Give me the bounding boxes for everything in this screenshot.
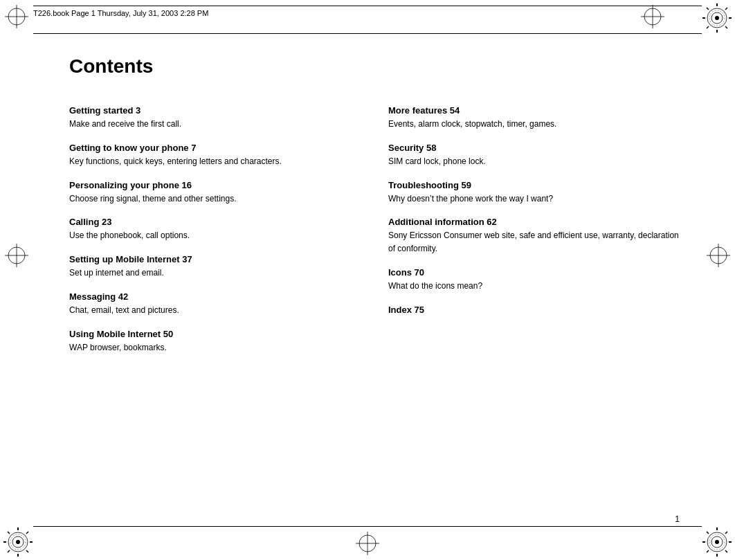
toc-entry-left-1: Getting to know your phone 7Key function… (69, 143, 361, 168)
toc-desc: Chat, email, text and pictures. (69, 305, 179, 315)
svg-point-41 (715, 540, 719, 544)
page-number: 1 (675, 514, 680, 524)
ornament-bottom-left (3, 527, 33, 557)
toc-heading: Getting to know your phone 7 (69, 143, 361, 153)
toc-container: Getting started 3Make and receive the fi… (69, 105, 680, 366)
page-title: Contents (69, 55, 680, 78)
svg-line-48 (707, 550, 709, 552)
svg-line-32 (26, 532, 28, 534)
reg-mark-top-right-crosshair (639, 3, 666, 30)
toc-entry-left-4: Setting up Mobile Internet 37Set up inte… (69, 254, 361, 279)
toc-desc: WAP browser, bookmarks. (69, 343, 167, 352)
svg-line-14 (725, 8, 727, 10)
reg-mark-right-mid (705, 242, 732, 269)
svg-point-26 (16, 540, 20, 544)
toc-heading: Messaging 42 (69, 291, 361, 302)
toc-entry-left-2: Personalizing your phone 16Choose ring s… (69, 180, 361, 205)
toc-entry-right-5: Index 75 (388, 305, 680, 315)
file-info: T226.book Page 1 Thursday, July 31, 2003… (33, 9, 208, 17)
toc-desc: Key functions, quick keys, entering lett… (69, 156, 282, 166)
toc-desc: Why doesn’t the phone work the way I wan… (388, 194, 553, 204)
header-bar: T226.book Page 1 Thursday, July 31, 2003… (33, 6, 702, 17)
toc-desc: Set up internet and email. (69, 268, 164, 278)
reg-mark-bottom-center (354, 530, 381, 557)
toc-entry-left-5: Messaging 42Chat, email, text and pictur… (69, 291, 361, 316)
toc-heading: Calling 23 (69, 217, 361, 227)
svg-line-15 (707, 26, 709, 28)
toc-heading: Additional information 62 (388, 217, 680, 227)
toc-heading: Troubleshooting 59 (388, 180, 680, 190)
svg-line-47 (725, 532, 727, 534)
toc-entry-left-6: Using Mobile Internet 50WAP browser, boo… (69, 329, 361, 354)
toc-desc: Choose ring signal, theme and other sett… (69, 194, 236, 204)
svg-line-49 (725, 550, 727, 552)
toc-heading: Icons 70 (388, 267, 680, 278)
toc-entry-right-1: Security 58SIM card lock, phone lock. (388, 143, 680, 168)
toc-entry-right-4: Icons 70What do the icons mean? (388, 267, 680, 292)
svg-line-31 (8, 532, 10, 534)
svg-point-8 (715, 16, 719, 20)
toc-entry-left-3: Calling 23Use the phonebook, call option… (69, 217, 361, 242)
bottom-rule (33, 526, 702, 527)
toc-heading: Using Mobile Internet 50 (69, 329, 361, 339)
ornament-bottom-right (702, 527, 732, 557)
svg-line-33 (8, 550, 10, 552)
toc-right-column: More features 54Events, alarm clock, sto… (388, 105, 680, 366)
toc-heading: Security 58 (388, 143, 680, 153)
svg-line-46 (707, 532, 709, 534)
reg-mark-top-left (3, 3, 30, 30)
svg-line-34 (26, 550, 28, 552)
toc-desc: Sony Ericsson Consumer web site, safe an… (388, 231, 679, 253)
svg-line-13 (707, 8, 709, 10)
toc-desc: Use the phonebook, call options. (69, 231, 190, 240)
toc-heading: Setting up Mobile Internet 37 (69, 254, 361, 264)
toc-heading: Index 75 (388, 305, 680, 315)
top-rule (33, 33, 702, 34)
toc-desc: Make and receive the first call. (69, 119, 181, 129)
toc-heading: Getting started 3 (69, 105, 361, 116)
ornament-top-right (702, 3, 732, 33)
toc-desc: SIM card lock, phone lock. (388, 156, 486, 166)
main-content: Contents Getting started 3Make and recei… (69, 55, 680, 505)
toc-heading: More features 54 (388, 105, 680, 116)
toc-desc: Events, alarm clock, stopwatch, timer, g… (388, 119, 556, 129)
toc-entry-right-0: More features 54Events, alarm clock, sto… (388, 105, 680, 130)
toc-entry-right-2: Troubleshooting 59Why doesn’t the phone … (388, 180, 680, 205)
toc-entry-right-3: Additional information 62Sony Ericsson C… (388, 217, 680, 255)
reg-mark-left-mid (3, 242, 30, 269)
svg-line-16 (725, 26, 727, 28)
toc-heading: Personalizing your phone 16 (69, 180, 361, 190)
toc-desc: What do the icons mean? (388, 281, 482, 291)
toc-entry-left-0: Getting started 3Make and receive the fi… (69, 105, 361, 130)
toc-left-column: Getting started 3Make and receive the fi… (69, 105, 388, 366)
